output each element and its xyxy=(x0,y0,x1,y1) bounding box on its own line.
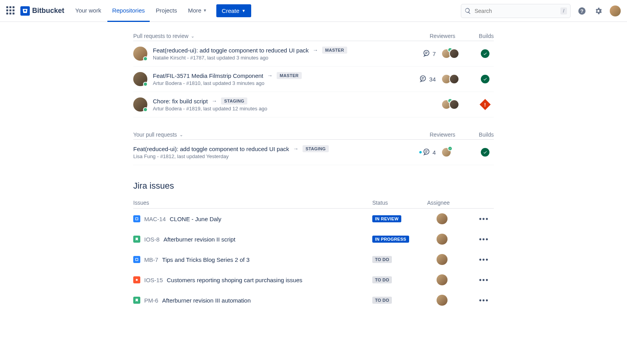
comment-count[interactable]: 34 xyxy=(412,75,436,84)
more-actions-icon[interactable]: ••• xyxy=(474,296,494,305)
issue-title[interactable]: Afterburner revision III automation xyxy=(162,297,372,304)
comment-icon xyxy=(419,75,427,84)
search-box[interactable]: / xyxy=(461,4,571,18)
jira-row[interactable]: PM-6Afterburner revision III automationT… xyxy=(133,290,494,310)
issue-key[interactable]: PM-6 xyxy=(144,297,158,304)
bitbucket-logo[interactable]: Bitbucket xyxy=(20,6,64,16)
assignee[interactable] xyxy=(427,274,474,285)
pr-review-toggle[interactable]: Pull requests to review⌄ xyxy=(133,33,194,39)
svg-point-13 xyxy=(136,279,138,281)
apps-menu-icon[interactable] xyxy=(6,6,16,16)
build-fail-icon: ! xyxy=(480,99,491,110)
status-badge[interactable]: TO DO xyxy=(372,256,392,263)
settings-icon[interactable] xyxy=(593,6,603,16)
more-actions-icon[interactable]: ••• xyxy=(474,215,494,223)
issue-type-icon xyxy=(133,256,140,263)
issue-title[interactable]: Customers reporting shoping cart purchas… xyxy=(167,277,372,283)
jira-row[interactable]: MB-7Tips and Tricks Blog Series 2 of 3TO… xyxy=(133,249,494,270)
chevron-down-icon: ⌄ xyxy=(191,34,194,39)
reviewer-avatar xyxy=(449,74,459,84)
pr-row[interactable]: Feat(reduced-ui): add toggle component t… xyxy=(133,41,494,67)
search-icon xyxy=(464,7,471,14)
arrow-right-icon: → xyxy=(293,146,299,152)
assignee[interactable] xyxy=(427,295,474,306)
assignee[interactable] xyxy=(427,213,474,224)
approved-check-icon xyxy=(448,146,453,151)
nav-more[interactable]: More▼ xyxy=(183,0,212,22)
pr-row[interactable]: Feat/FIL-3571 Media Filmstrip Component→… xyxy=(133,67,494,92)
build-status[interactable] xyxy=(477,148,494,157)
col-reviewers: Reviewers xyxy=(430,33,455,39)
jira-row[interactable]: IOS-8Afterburner revision II scriptIN PR… xyxy=(133,229,494,249)
pr-title[interactable]: Feat/FIL-3571 Media Filmstrip Component xyxy=(153,72,263,79)
more-actions-icon[interactable]: ••• xyxy=(474,235,494,243)
svg-point-8 xyxy=(424,149,429,154)
issue-title[interactable]: Afterburner revision II script xyxy=(163,236,372,243)
svg-rect-11 xyxy=(136,218,138,220)
assignee[interactable] xyxy=(427,254,474,265)
col-status: Status xyxy=(372,200,427,206)
more-actions-icon[interactable]: ••• xyxy=(474,276,494,284)
reviewers[interactable] xyxy=(441,49,471,59)
build-status[interactable] xyxy=(477,49,494,58)
arrow-right-icon: → xyxy=(313,47,318,53)
build-status[interactable]: ! xyxy=(477,101,494,108)
chevron-down-icon: ▼ xyxy=(242,9,246,13)
comment-icon xyxy=(423,148,431,157)
reviewers[interactable] xyxy=(441,74,471,84)
pr-title[interactable]: Feat(reduced-ui): add toggle component t… xyxy=(133,146,289,152)
create-button[interactable]: Create▼ xyxy=(216,4,251,17)
section-title: Pull requests to review xyxy=(133,33,188,39)
comment-count[interactable]: 7 xyxy=(412,49,436,58)
build-status[interactable] xyxy=(477,75,494,83)
pr-review-header: Pull requests to review⌄ ReviewersBuilds xyxy=(133,30,494,41)
issue-type-icon xyxy=(133,236,140,243)
chevron-down-icon: ⌄ xyxy=(179,132,183,137)
issue-key[interactable]: MB-7 xyxy=(144,256,158,263)
nav-repositories[interactable]: Repositories xyxy=(107,0,149,22)
create-label: Create xyxy=(222,7,239,14)
user-avatar[interactable] xyxy=(610,5,621,16)
nav-projects[interactable]: Projects xyxy=(151,0,182,22)
your-pr-header: Your pull requests⌄ ReviewersBuilds xyxy=(133,128,494,140)
jira-row[interactable]: MAC-14CLONE - June DalyIN REVIEW••• xyxy=(133,209,494,229)
status-badge[interactable]: TO DO xyxy=(372,276,392,283)
brand-text: Bitbucket xyxy=(32,7,64,15)
assignee-avatar xyxy=(437,295,448,306)
issue-type-icon xyxy=(133,276,140,283)
pr-title[interactable]: Chore: fix build script xyxy=(153,98,208,105)
chevron-down-icon: ▼ xyxy=(203,8,207,13)
pr-row[interactable]: Feat(reduced-ui): add toggle component t… xyxy=(133,140,494,165)
status-badge[interactable]: IN PROGRESS xyxy=(372,236,409,243)
pr-meta: Natalie Kirscht - #1787, last updated 3 … xyxy=(153,55,407,61)
search-input[interactable] xyxy=(475,8,560,14)
issue-key[interactable]: IOS-8 xyxy=(144,236,159,243)
build-success-icon xyxy=(481,148,489,157)
status-badge[interactable]: IN REVIEW xyxy=(372,215,401,222)
presence-dot xyxy=(143,107,148,112)
reviewers[interactable] xyxy=(441,147,471,157)
reviewers[interactable] xyxy=(441,99,471,110)
pr-meta: Artur Bodera - #1819, last updated 12 mi… xyxy=(153,106,407,112)
comment-count[interactable]: 4 xyxy=(412,148,436,157)
issue-title[interactable]: CLONE - June Daly xyxy=(170,216,372,222)
pr-row[interactable]: Chore: fix build script→STAGINGArtur Bod… xyxy=(133,92,494,117)
issue-key[interactable]: MAC-14 xyxy=(144,216,166,222)
issue-key[interactable]: IOS-15 xyxy=(144,277,163,283)
your-pr-toggle[interactable]: Your pull requests⌄ xyxy=(133,132,183,138)
more-actions-icon[interactable]: ••• xyxy=(474,256,494,264)
assignee[interactable] xyxy=(427,234,474,245)
help-icon[interactable]: ? xyxy=(577,6,587,16)
status-badge[interactable]: TO DO xyxy=(372,297,392,304)
presence-dot xyxy=(143,82,148,86)
nav-your-work[interactable]: Your work xyxy=(71,0,106,22)
assignee-avatar xyxy=(437,274,448,285)
reviewer-avatar xyxy=(449,49,459,59)
col-builds: Builds xyxy=(479,132,494,138)
pr-meta: Artur Bodera - #1810, last updated 3 min… xyxy=(153,80,407,86)
svg-rect-12 xyxy=(136,258,138,261)
pr-title[interactable]: Feat(reduced-ui): add toggle component t… xyxy=(153,47,309,54)
assignee-avatar xyxy=(437,254,448,265)
jira-row[interactable]: IOS-15Customers reporting shoping cart p… xyxy=(133,270,494,290)
issue-title[interactable]: Tips and Tricks Blog Series 2 of 3 xyxy=(162,256,372,263)
